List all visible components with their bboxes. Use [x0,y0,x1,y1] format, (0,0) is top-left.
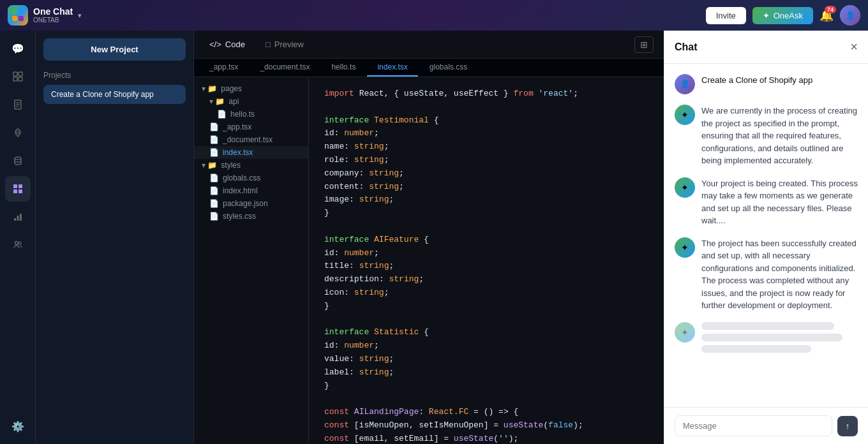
typing-dots [701,322,858,353]
code-line: const [isMenuOpen, setIsMenuOpen] = useS… [324,419,648,433]
app-sub: ONETAB [33,17,73,24]
code-line: } [324,207,648,220]
code-line [324,392,648,406]
code-area: </> Code □ Preview ⊞ _app.tsx _document.… [194,31,664,444]
preview-tab-button[interactable]: □ Preview [260,37,309,52]
code-line: title: string; [324,260,648,273]
file-index-tsx[interactable]: 📄 index.tsx [194,146,308,159]
styles-folder-icon: ▾ 📁 [202,161,217,170]
code-tab-button[interactable]: </> Code [204,37,250,52]
projects-label: Projects [43,71,186,80]
avatar-image: 👤 [840,5,860,26]
typing-line-3 [701,345,811,353]
code-content[interactable]: import React, { useState, useEffect } fr… [309,77,664,444]
topbar-left: One Chat ONETAB ▾ [8,5,701,26]
folder-pages[interactable]: ▾ 📁 pages [194,82,308,95]
code-line: } [324,380,648,393]
app-name-group: One Chat ONETAB [33,6,73,25]
svg-rect-5 [19,72,22,76]
code-line: icon: string; [324,286,648,300]
sidebar-item-settings[interactable]: ⚙️ [5,413,31,439]
sidebar-item-puzzle[interactable] [5,176,31,202]
ts-file-icon: 📄 [217,110,227,119]
projects-panel: New Project Projects Create a Clone of S… [36,31,194,444]
code-line: content: string; [324,181,648,194]
file-document-tsx[interactable]: 📄 _document.tsx [194,133,308,146]
typing-avatar: ✦ [675,322,695,343]
file-tab-app[interactable]: _app.tsx [199,59,248,77]
folder-icon: ▾ 📁 [202,84,217,93]
sidebar-item-rocket[interactable] [5,120,31,145]
file-tab-hello[interactable]: hello.ts [321,59,366,77]
user-avatar-img: 👤 [675,74,695,94]
typing-indicator: ✦ [675,322,858,353]
file-styles-css[interactable]: 📄 styles.css [194,210,308,223]
main-layout: 💬 [0,31,868,444]
code-line [324,220,648,233]
svg-rect-4 [13,72,17,76]
code-line: label: string; [324,366,648,380]
folder-api[interactable]: ▾ 📁 api [194,95,308,108]
code-line: import React, { useState, useEffect } fr… [324,87,648,101]
chat-title: Chat [675,41,698,53]
app-logo [8,5,28,26]
chat-message-user: 👤 Create a Clone of Shopify app [675,74,858,94]
file-tab-document[interactable]: _document.tsx [250,59,320,77]
sidebar-item-chat[interactable]: 💬 [5,36,31,61]
new-project-button[interactable]: New Project [43,38,186,61]
svg-rect-1 [19,10,24,15]
sidebar-item-database[interactable] [5,148,31,174]
folder-styles[interactable]: ▾ 📁 styles [194,159,308,172]
chat-close-button[interactable]: × [850,40,858,54]
chat-message-ai-3: ✦ The project has been successfully crea… [675,237,858,312]
project-item-shopify[interactable]: Create a Clone of Shopify app [43,85,186,104]
styles-css-icon: 📄 [209,212,219,221]
app-name: One Chat [33,6,73,17]
file-package-json[interactable]: 📄 package.json [194,197,308,210]
chat-messages: 👤 Create a Clone of Shopify app ✦ We are… [664,64,868,407]
code-line: interface AIFeature { [324,233,648,247]
file-hello-ts[interactable]: 📄 hello.ts [194,108,308,121]
code-line: const AILandingPage: React.FC = () => { [324,406,648,419]
typing-line-1 [701,322,834,330]
file-tab-index[interactable]: index.tsx [367,59,417,77]
code-line: company: string; [324,167,648,181]
svg-rect-15 [19,184,22,188]
code-line: id: number; [324,247,648,260]
svg-rect-6 [13,77,17,81]
send-message-button[interactable]: ↑ [837,416,858,436]
typing-line-2 [701,334,842,341]
oneask-button[interactable]: ✦ OneAsk [752,7,813,24]
file-index-html[interactable]: 📄 index.html [194,184,308,197]
svg-rect-16 [13,189,17,193]
ai-message-text-1: We are currently in the process of creat… [701,105,858,167]
file-globals-css[interactable]: 📄 globals.css [194,172,308,184]
sidebar-item-grid[interactable] [5,64,31,89]
svg-rect-0 [12,10,17,15]
user-avatar[interactable]: 👤 [840,5,860,26]
svg-point-22 [19,242,21,244]
ai-avatar-3: ✦ [675,237,695,258]
notification-button[interactable]: 🔔 74 [819,8,834,22]
html-file-icon: 📄 [209,186,219,195]
layout-toggle-button[interactable]: ⊞ [634,36,654,53]
code-line [324,101,648,114]
sidebar-item-people[interactable] [5,232,31,258]
code-line: role: string; [324,154,648,167]
sidebar-item-document[interactable] [5,92,31,117]
invite-button[interactable]: Invite [706,7,746,24]
code-line: } [324,300,648,313]
chat-message-input[interactable] [675,415,832,436]
svg-rect-14 [13,184,17,188]
topbar-right: Invite ✦ OneAsk 🔔 74 👤 [706,5,860,26]
sidebar-item-chart[interactable] [5,204,31,230]
file-tab-globals[interactable]: globals.css [419,59,477,77]
svg-rect-2 [12,16,17,21]
code-line: id: number; [324,339,648,353]
ai-avatar-2: ✦ [675,177,695,198]
icon-sidebar: 💬 [0,31,36,444]
json-file-icon: 📄 [209,199,219,208]
file-app-tsx[interactable]: 📄 _app.tsx [194,121,308,133]
code-main: ▾ 📁 pages ▾ 📁 api 📄 hello.ts 📄 _app.tsx … [194,77,664,444]
svg-rect-20 [20,214,22,221]
